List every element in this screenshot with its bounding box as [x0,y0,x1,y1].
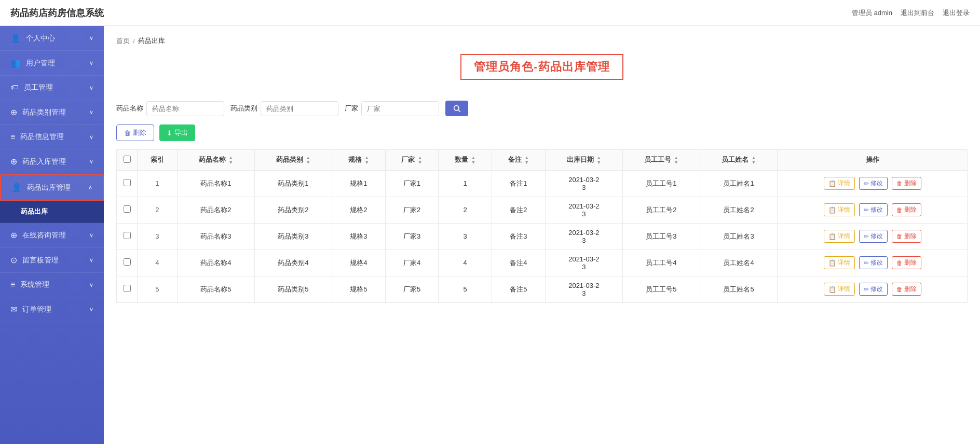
sidebar-item-consult[interactable]: ⊕ 在线咨询管理 ∨ [0,223,104,248]
row-select-3[interactable] [124,232,131,239]
sidebar-item-user-mgmt[interactable]: 👥 用户管理 ∨ [0,51,104,76]
col-header-staff_name[interactable]: 员工姓名 ▲▼ [700,150,777,171]
front-desk-link[interactable]: 退出到前台 [901,8,934,18]
row-checkbox-5[interactable] [117,276,138,302]
row-checkbox-2[interactable] [117,197,138,223]
delete-button-2[interactable]: 🗑 删除 [892,203,921,216]
sidebar-icon-staff-mgmt: 🏷 [10,83,19,92]
edit-button-1[interactable]: ✏ 修改 [859,177,888,190]
breadcrumb: 首页 / 药品出库 [116,36,968,46]
col-header-checkbox [117,150,138,171]
row-actions-4: 📋 详情 ✏ 修改 🗑 删除 [782,256,963,269]
sidebar-item-drug-info[interactable]: ≡ 药品信息管理 ∨ [0,125,104,149]
cell-out_date-5: 2021-03-2 3 [545,276,622,302]
detail-button-1[interactable]: 📋 详情 [824,177,855,190]
sort-arrows-name: ▲▼ [228,156,233,165]
sort-arrows-out_date: ▲▼ [596,156,601,165]
drug-name-input[interactable] [146,101,224,116]
bulk-delete-button[interactable]: 🗑 删除 [116,124,154,141]
col-header-name[interactable]: 药品名称 ▲▼ [177,150,254,171]
sidebar-item-message[interactable]: ⊙ 留言板管理 ∨ [0,248,104,273]
sidebar-item-left: 👤 个人中心 [10,33,55,43]
sort-arrows-staff_name: ▲▼ [751,156,756,165]
cell-quantity-3: 3 [439,223,492,249]
cell-manufacturer-5: 厂家5 [385,276,439,302]
sidebar-icon-drug-info: ≡ [10,132,15,142]
sidebar-label-consult: 在线咨询管理 [22,231,66,240]
row-checkbox-1[interactable] [117,170,138,197]
delete-button-5[interactable]: 🗑 删除 [892,283,921,296]
row-actions-1: 📋 详情 ✏ 修改 🗑 删除 [782,177,963,190]
chevron-icon-order: ∨ [89,306,93,313]
breadcrumb-current: 药品出库 [138,36,165,46]
breadcrumb-sep: / [133,37,135,45]
breadcrumb-home[interactable]: 首页 [116,36,130,46]
edit-button-4[interactable]: ✏ 修改 [859,256,888,269]
col-header-staff_id[interactable]: 员工工号 ▲▼ [622,150,700,171]
detail-icon-4: 📋 [828,259,836,267]
sidebar-item-drug-in[interactable]: ⊕ 药品入库管理 ∨ [0,149,104,174]
col-header-remark[interactable]: 备注 ▲▼ [492,150,546,171]
sidebar-icon-drug-in: ⊕ [10,157,17,166]
cell-index-1: 1 [138,170,178,197]
sidebar-item-left: ≡ 系统管理 [10,280,49,289]
manufacturer-input[interactable] [361,101,439,116]
delete-icon-2: 🗑 [896,206,903,214]
sidebar-label-system: 系统管理 [20,280,49,289]
search-button[interactable] [445,101,468,116]
sidebar-item-left: 👥 用户管理 [10,58,55,68]
delete-button-1[interactable]: 🗑 删除 [892,177,921,190]
sidebar-item-system[interactable]: ≡ 系统管理 ∨ [0,273,104,297]
col-header-quantity[interactable]: 数量 ▲▼ [439,150,492,171]
sidebar-item-drug-category[interactable]: ⊕ 药品类别管理 ∨ [0,100,104,125]
cell-manufacturer-3: 厂家3 [385,223,439,249]
chevron-icon-personal: ∨ [89,35,93,41]
row-checkbox-4[interactable] [117,249,138,276]
col-header-manufacturer[interactable]: 厂家 ▲▼ [385,150,439,171]
detail-button-4[interactable]: 📋 详情 [824,256,855,269]
sidebar-label-user-mgmt: 用户管理 [26,59,55,68]
edit-button-3[interactable]: ✏ 修改 [859,230,888,243]
sidebar-item-left: ⊕ 药品入库管理 [10,157,66,166]
category-input[interactable] [261,101,338,116]
row-select-5[interactable] [124,285,131,292]
svg-line-1 [458,110,460,112]
detail-button-3[interactable]: 📋 详情 [824,230,855,243]
detail-button-2[interactable]: 📋 详情 [824,203,855,216]
delete-button-4[interactable]: 🗑 删除 [892,256,921,269]
sidebar-item-left: ⊕ 药品类别管理 [10,107,66,117]
cell-staff_name-2: 员工姓名2 [700,197,777,223]
row-checkbox-3[interactable] [117,223,138,249]
row-select-4[interactable] [124,258,131,266]
delete-icon-5: 🗑 [896,286,903,293]
row-select-2[interactable] [124,205,131,213]
col-header-category[interactable]: 药品类别 ▲▼ [254,150,332,171]
cell-staff_id-1: 员工工号1 [622,170,700,197]
row-select-1[interactable] [124,179,131,186]
cell-actions-2: 📋 详情 ✏ 修改 🗑 删除 [778,197,968,223]
export-button[interactable]: ⬇ 导出 [159,124,195,141]
chevron-icon-user-mgmt: ∨ [89,60,93,66]
sidebar-item-staff-mgmt[interactable]: 🏷 员工管理 ∨ [0,76,104,100]
edit-button-2[interactable]: ✏ 修改 [859,203,888,216]
col-header-out_date[interactable]: 出库日期 ▲▼ [545,150,622,171]
edit-button-5[interactable]: ✏ 修改 [859,283,888,296]
cell-category-1: 药品类别1 [254,170,332,197]
delete-button-3[interactable]: 🗑 删除 [892,230,921,243]
sidebar-item-left: 🏷 员工管理 [10,83,53,92]
sidebar-item-drug-out[interactable]: 👤 药品出库管理 ∧ [0,174,104,201]
cell-category-4: 药品类别4 [254,249,332,276]
svg-point-0 [454,106,459,110]
edit-icon-3: ✏ [864,233,869,240]
sidebar-sub-item-药品出库[interactable]: 药品出库 [0,201,104,223]
sidebar-item-order[interactable]: ✉ 订单管理 ∨ [0,297,104,322]
sort-arrows-staff_id: ▲▼ [674,156,678,165]
sidebar-item-left: ≡ 药品信息管理 [10,132,64,142]
detail-button-5[interactable]: 📋 详情 [824,283,855,296]
select-all-checkbox[interactable] [124,156,131,163]
col-header-spec[interactable]: 规格 ▲▼ [332,150,385,171]
sidebar-item-personal[interactable]: 👤 个人中心 ∨ [0,26,104,51]
logout-link[interactable]: 退出登录 [943,8,970,18]
cell-remark-5: 备注5 [492,276,546,302]
detail-icon-1: 📋 [828,180,836,187]
